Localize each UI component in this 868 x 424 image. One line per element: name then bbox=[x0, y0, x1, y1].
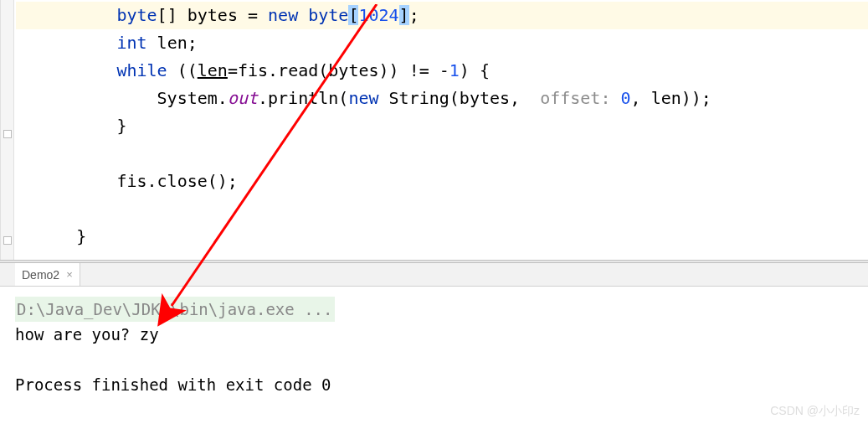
console-stdout: how are you? zy bbox=[15, 322, 853, 347]
code-line[interactable] bbox=[16, 195, 868, 223]
code-line[interactable]: int len; bbox=[16, 29, 868, 57]
tab-label: Demo2 bbox=[22, 268, 59, 282]
fold-marker-icon[interactable] bbox=[3, 236, 12, 245]
run-tab-bar: Demo2 × bbox=[0, 263, 868, 287]
code-content[interactable]: byte[] bytes = new byte[1024]; int len; … bbox=[1, 0, 868, 251]
code-line[interactable]: while ((len=fis.read(bytes)) != -1) { bbox=[16, 57, 868, 85]
watermark: CSDN @小小印z bbox=[770, 404, 860, 419]
console-exit-message: Process finished with exit code 0 bbox=[15, 372, 853, 397]
code-line[interactable]: byte[] bytes = new byte[1024]; bbox=[16, 2, 868, 29]
code-line[interactable]: } bbox=[16, 112, 868, 140]
code-line[interactable]: System.out.println(new String(bytes, off… bbox=[16, 85, 868, 112]
close-icon[interactable]: × bbox=[66, 268, 73, 281]
code-line[interactable] bbox=[16, 140, 868, 168]
tab-demo2[interactable]: Demo2 × bbox=[15, 263, 80, 286]
console-output[interactable]: D:\Java_Dev\JDK8\bin\java.exe ... how ar… bbox=[0, 287, 868, 407]
code-editor[interactable]: byte[] bytes = new byte[1024]; int len; … bbox=[0, 0, 868, 260]
code-line[interactable]: } bbox=[16, 223, 868, 251]
code-line[interactable]: fis.close(); bbox=[16, 168, 868, 195]
editor-gutter bbox=[1, 0, 14, 260]
fold-marker-icon[interactable] bbox=[3, 130, 12, 138]
console-command: D:\Java_Dev\JDK8\bin\java.exe ... bbox=[15, 297, 335, 322]
